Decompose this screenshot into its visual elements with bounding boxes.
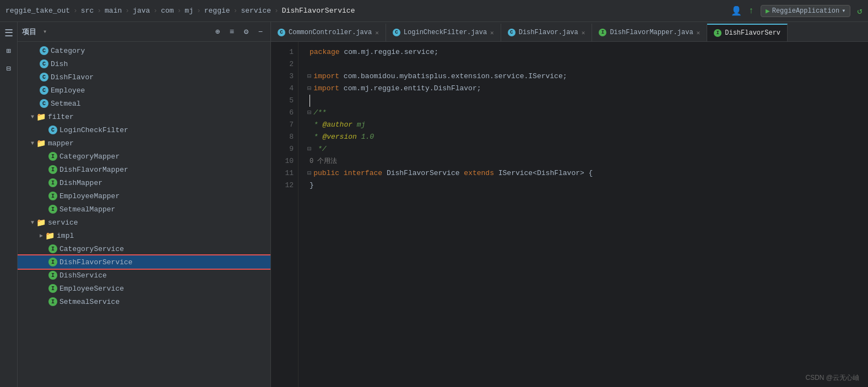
tree-label-mapper: mapper [48, 139, 74, 148]
tree-item-category[interactable]: C Category [18, 44, 270, 57]
class-icon: C [40, 73, 48, 81]
tab-icon: I [599, 29, 606, 36]
bc-src[interactable]: src [81, 7, 94, 15]
bc-mj[interactable]: mj [185, 7, 193, 15]
bc-com[interactable]: com [161, 7, 173, 15]
tab-close-btn[interactable]: ✕ [375, 29, 379, 36]
run-config-label: ReggieApplication [772, 7, 839, 15]
tree-label-setmealmapper: SetmealMapper [59, 205, 115, 214]
tree-label-impl: impl [57, 232, 74, 240]
tree-item-dishservice[interactable]: I DishService [18, 269, 270, 282]
watermark: CSDN @云无心岫 [805, 373, 859, 383]
collapse-icon[interactable]: ≡ [226, 26, 237, 37]
tree-item-employeemapper[interactable]: I EmployeeMapper [18, 189, 270, 203]
file-tree-panel: 项目 ▾ ⊕ ≡ ⚙ − C Category C Dish C [18, 22, 271, 387]
fold-icon[interactable]: ⊟ [307, 167, 311, 179]
tree-label-setmealservice: SetmealService [59, 298, 120, 306]
folder-chevron: ▶ [40, 232, 43, 239]
tab-dishflavorservice[interactable]: I DishFlavorServ [707, 24, 788, 41]
bc-main[interactable]: main [105, 7, 122, 15]
tree-label-category: Category [51, 47, 85, 55]
tree-item-setmealmapper[interactable]: I SetmealMapper [18, 203, 270, 216]
tree-item-categorymapper[interactable]: I CategoryMapper [18, 150, 270, 163]
tree-item-dishflavorservice[interactable]: I DishFlavorService [18, 255, 270, 269]
tree-item-dish[interactable]: C Dish [18, 57, 270, 70]
bc-project[interactable]: reggie_take_out [6, 7, 70, 15]
tree-item-impl[interactable]: ▶ 📁 impl [18, 229, 270, 242]
tab-icon: C [508, 29, 516, 36]
git-icon[interactable]: ↑ [748, 6, 754, 16]
bc-reggie[interactable]: reggie [204, 7, 230, 15]
close-panel-icon[interactable]: − [255, 26, 266, 37]
project-tool-icon[interactable]: ☰ [2, 26, 15, 40]
tab-label: DishFlavor.java [519, 29, 578, 36]
tab-dishflavormapper[interactable]: I DishFlavorMapper.java ✕ [592, 24, 707, 41]
tree-item-categoryservice[interactable]: I CategoryService [18, 242, 270, 255]
tab-icon: I [714, 29, 721, 37]
code-line-12 [307, 192, 859, 204]
code-line-9: ⊟ */ [307, 143, 859, 155]
bc-java[interactable]: java [133, 7, 150, 15]
tree-item-dishmapper[interactable]: I DishMapper [18, 176, 270, 189]
tree-item-filter[interactable]: ▼ 📁 filter [18, 110, 270, 123]
tree-label-categorymapper: CategoryMapper [59, 152, 120, 161]
structure-icon[interactable]: ⊞ [2, 44, 15, 57]
tab-close-btn[interactable]: ✕ [490, 29, 494, 36]
fold-icon[interactable]: ⊟ [307, 143, 311, 155]
code-line-11: } [307, 179, 859, 192]
tab-commoncontroller[interactable]: C CommonController.java ✕ [271, 24, 386, 41]
interface-icon: I [48, 244, 57, 253]
tab-close-btn[interactable]: ✕ [582, 29, 585, 36]
tree-item-dishflavormapper[interactable]: I DishFlavorMapper [18, 163, 270, 176]
tree-item-employee[interactable]: C Employee [18, 84, 270, 97]
fold-icon[interactable]: ⊟ [307, 107, 311, 119]
code-content[interactable]: package com.mj.reggie.service; ⊟ import … [299, 42, 868, 387]
tree-label-dishmapper: DishMapper [59, 179, 102, 187]
tree-item-employeeservice[interactable]: I EmployeeService [18, 282, 270, 295]
tree-item-logincheckfilter[interactable]: C LoginCheckFilter [18, 123, 270, 137]
tree-label-setmeal: Setmeal [51, 100, 81, 108]
run-config[interactable]: ▶ ReggieApplication ▾ [761, 5, 850, 17]
bookmark-icon[interactable]: ⊟ [2, 62, 15, 75]
tree-item-setmealservice[interactable]: I SetmealService [18, 295, 270, 308]
folder-chevron: ▼ [31, 140, 34, 146]
tab-dishflavor[interactable]: C DishFlavor.java ✕ [501, 24, 593, 41]
tab-icon: C [278, 29, 285, 36]
code-line-4: ⊟ import com.mj.reggie.entity.DishFlavor… [307, 83, 859, 95]
code-editor[interactable]: 1 2 3 4 5 6 7 8 9 10 11 12 package com.m… [271, 42, 868, 387]
fold-icon[interactable]: ⊟ [307, 83, 311, 95]
tabs-bar: C CommonController.java ✕ C LoginCheckFi… [271, 22, 868, 42]
tree-label-employee: Employee [51, 86, 85, 95]
interface-icon: I [48, 178, 57, 187]
panel-title-chevron[interactable]: ▾ [43, 28, 47, 36]
tree-item-mapper[interactable]: ▼ 📁 mapper [18, 137, 270, 150]
code-line-6: ⊟ /** [307, 107, 859, 119]
settings-icon[interactable]: ⚙ [241, 26, 252, 37]
interface-icon: I [48, 152, 57, 161]
fold-icon[interactable]: ⊟ [307, 70, 311, 83]
refresh-icon[interactable]: ↺ [857, 6, 862, 17]
tree-label-dishflavormapper: DishFlavorMapper [59, 166, 128, 174]
code-line-10: ⊟ public interface DishFlavorService ext… [307, 167, 859, 179]
tree-item-dishflavor[interactable]: C DishFlavor [18, 70, 270, 84]
panel-header: 项目 ▾ ⊕ ≡ ⚙ − [18, 22, 270, 42]
tree-label-dishflavorservice: DishFlavorService [59, 258, 133, 266]
sidebar-tools: ☰ ⊞ ⊟ [0, 22, 18, 387]
interface-icon: I [48, 284, 57, 293]
profile-icon[interactable]: 👤 [731, 6, 742, 17]
tree-label-dish: Dish [51, 60, 68, 68]
bc-service[interactable]: service [241, 7, 271, 15]
folder-icon: 📁 [36, 139, 46, 148]
tree-item-service[interactable]: ▼ 📁 service [18, 216, 270, 229]
folder-icon: 📁 [45, 231, 55, 241]
tree-item-setmeal[interactable]: C Setmeal [18, 97, 270, 110]
tab-logincheckfilter[interactable]: C LoginCheckFilter.java ✕ [386, 24, 501, 41]
class-icon: C [48, 126, 57, 134]
run-config-chevron: ▾ [842, 7, 845, 15]
add-icon[interactable]: ⊕ [212, 26, 223, 37]
run-config-icon: ▶ [766, 7, 770, 15]
class-icon: C [40, 59, 48, 68]
tab-label: LoginCheckFilter.java [404, 29, 487, 36]
tab-label: CommonController.java [289, 29, 372, 36]
tab-close-btn[interactable]: ✕ [697, 29, 701, 36]
